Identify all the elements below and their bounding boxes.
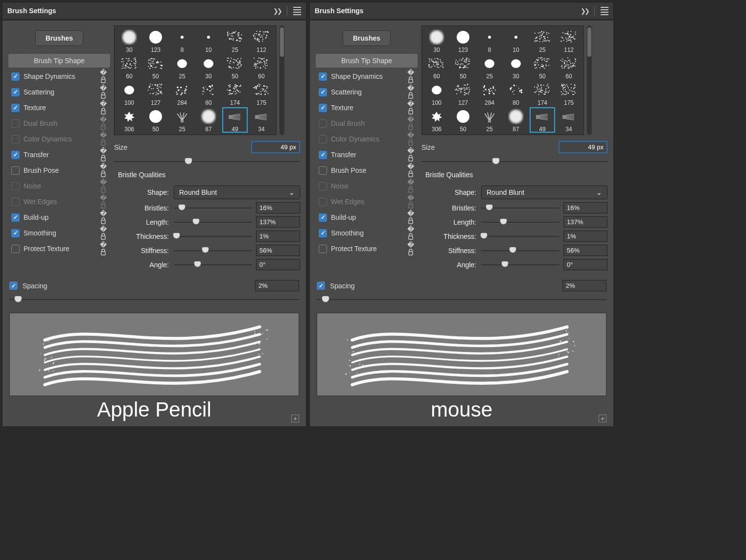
option-brush-pose[interactable]: Brush Pose� (8, 163, 110, 178)
slider-angle[interactable] (174, 261, 252, 268)
checkbox-icon[interactable]: ✓ (319, 104, 327, 112)
slider-bristles[interactable] (174, 205, 252, 211)
lock-icon[interactable]: � (407, 194, 415, 210)
brush-thumb-49[interactable]: 49 (530, 107, 555, 133)
brush-thumb-175[interactable]: 175 (249, 81, 274, 106)
brush-thumb-10[interactable]: 10 (503, 28, 529, 53)
checkbox-icon[interactable]: ✓ (319, 151, 327, 159)
lock-icon[interactable]: � (99, 84, 107, 100)
checkbox-icon[interactable] (319, 245, 327, 253)
panel-menu-icon[interactable] (601, 7, 608, 15)
lock-icon[interactable]: � (99, 225, 107, 241)
brush-thumb-50[interactable]: 50 (450, 54, 476, 80)
lock-icon[interactable]: � (99, 131, 107, 147)
size-slider[interactable] (114, 158, 300, 165)
brush-thumb-174[interactable]: 174 (222, 81, 248, 106)
brush-thumb-30[interactable]: 30 (424, 28, 449, 53)
brush-thumb-100[interactable]: 100 (424, 81, 449, 106)
brush-thumb-306[interactable]: 306 (117, 107, 142, 133)
lock-icon[interactable]: � (407, 100, 415, 116)
shape-select[interactable]: Round Blunt⌄ (174, 186, 300, 199)
lock-icon[interactable]: � (407, 241, 415, 257)
lock-icon[interactable]: � (99, 194, 107, 210)
slider-stiffness[interactable] (481, 247, 560, 254)
brush-thumb-60[interactable]: 60 (556, 54, 582, 80)
checkbox-icon[interactable]: ✓ (319, 213, 327, 222)
brush-thumb-100[interactable]: 100 (117, 81, 142, 106)
brush-thumb-50[interactable]: 50 (450, 107, 476, 133)
checkbox-icon[interactable] (319, 166, 327, 175)
brush-thumb-34[interactable]: 34 (556, 107, 582, 133)
brush-thumb-50[interactable]: 50 (222, 54, 248, 80)
lock-icon[interactable]: � (407, 69, 415, 85)
option-shape-dynamics[interactable]: ✓Shape Dynamics� (8, 69, 110, 84)
option-build-up[interactable]: ✓Build-up� (316, 210, 418, 225)
brush-thumb-25[interactable]: 25 (222, 28, 248, 53)
value-input[interactable]: 56% (256, 245, 300, 256)
brush-thumb-112[interactable]: 112 (249, 28, 274, 53)
checkbox-icon[interactable]: ✓ (319, 72, 327, 81)
lock-icon[interactable]: � (99, 178, 107, 194)
lock-icon[interactable]: � (99, 69, 107, 85)
value-input[interactable]: 1% (256, 231, 300, 242)
brush-thumb-174[interactable]: 174 (530, 81, 555, 106)
brush-thumb-306[interactable]: 306 (424, 107, 449, 133)
slider-bristles[interactable] (481, 205, 560, 211)
lock-icon[interactable]: � (407, 178, 415, 194)
value-input[interactable]: 16% (563, 202, 607, 213)
lock-icon[interactable]: � (99, 147, 107, 163)
collapse-icon[interactable]: ❯❯ (581, 7, 588, 15)
brush-thumb-127[interactable]: 127 (450, 81, 476, 106)
value-input[interactable]: 0° (563, 259, 607, 270)
brushes-button[interactable]: Brushes (35, 30, 83, 46)
checkbox-icon[interactable]: ✓ (319, 229, 327, 237)
lock-icon[interactable]: � (99, 241, 107, 257)
lock-icon[interactable]: � (99, 116, 107, 132)
option-protect-texture[interactable]: Protect Texture� (316, 241, 418, 257)
brush-thumb-123[interactable]: 123 (143, 28, 168, 53)
option-scattering[interactable]: ✓Scattering� (8, 84, 110, 100)
brush-thumb-50[interactable]: 50 (143, 107, 168, 133)
checkbox-icon[interactable]: ✓ (319, 88, 327, 96)
lock-icon[interactable]: � (407, 84, 415, 100)
lock-icon[interactable]: � (407, 116, 415, 132)
checkbox-icon[interactable]: ✓ (11, 151, 20, 159)
brush-thumb-8[interactable]: 8 (477, 28, 502, 53)
slider-length[interactable] (481, 219, 560, 226)
value-input[interactable]: 56% (563, 245, 607, 256)
brush-thumb-127[interactable]: 127 (143, 81, 168, 106)
brush-thumb-60[interactable]: 60 (424, 54, 449, 80)
brush-thumb-34[interactable]: 34 (249, 107, 274, 133)
spacing-checkbox[interactable]: ✓ (9, 281, 18, 290)
lock-icon[interactable]: � (99, 210, 107, 226)
spacing-checkbox[interactable]: ✓ (317, 281, 325, 290)
brush-thumb-80[interactable]: 80 (196, 81, 221, 106)
brush-thumb-80[interactable]: 80 (503, 81, 529, 106)
brush-thumb-175[interactable]: 175 (556, 81, 582, 106)
scrollbar[interactable] (587, 25, 592, 135)
brush-thumb-87[interactable]: 87 (196, 107, 221, 133)
spacing-input[interactable]: 2% (255, 280, 299, 291)
brush-thumb-25[interactable]: 25 (169, 107, 195, 133)
lock-icon[interactable]: � (407, 131, 415, 147)
brush-thumb-30[interactable]: 30 (196, 54, 221, 80)
brush-thumb-50[interactable]: 50 (143, 54, 168, 80)
brush-thumb-30[interactable]: 30 (503, 54, 529, 80)
value-input[interactable]: 1% (563, 231, 607, 242)
brush-tip-shape-row[interactable]: Brush Tip Shape (8, 54, 110, 68)
lock-icon[interactable]: � (407, 147, 415, 163)
option-transfer[interactable]: ✓Transfer� (8, 147, 110, 163)
brush-thumb-284[interactable]: 284 (169, 81, 195, 106)
checkbox-icon[interactable]: ✓ (11, 104, 20, 112)
checkbox-icon[interactable]: ✓ (11, 213, 20, 222)
collapse-icon[interactable]: ❯❯ (273, 7, 281, 15)
brush-thumb-50[interactable]: 50 (530, 54, 555, 80)
brushes-button[interactable]: Brushes (343, 30, 391, 46)
brush-thumb-25[interactable]: 25 (477, 54, 502, 80)
scrollbar[interactable] (280, 25, 284, 135)
slider-angle[interactable] (481, 261, 560, 268)
brush-thumb-60[interactable]: 60 (117, 54, 142, 80)
checkbox-icon[interactable]: ✓ (11, 229, 20, 237)
lock-icon[interactable]: � (407, 225, 415, 241)
brush-tip-shape-row[interactable]: Brush Tip Shape (316, 54, 418, 68)
